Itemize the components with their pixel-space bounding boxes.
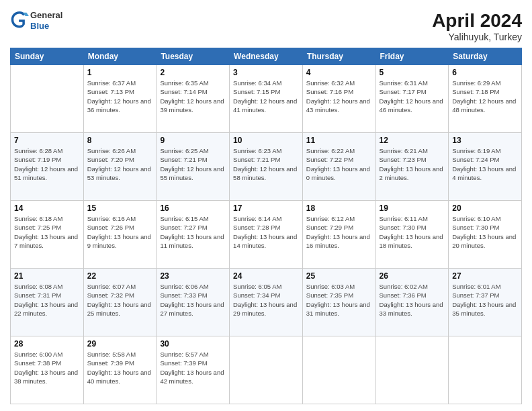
day-number: 7 — [14, 136, 80, 145]
day-cell: 25Sunrise: 6:03 AMSunset: 7:35 PMDayligh… — [302, 269, 375, 336]
day-info: Sunrise: 6:16 AMSunset: 7:26 PMDaylight:… — [87, 214, 153, 250]
day-info: Sunrise: 6:19 AMSunset: 7:24 PMDaylight:… — [452, 146, 518, 182]
day-cell: 17Sunrise: 6:14 AMSunset: 7:28 PMDayligh… — [230, 201, 303, 269]
day-cell — [302, 336, 375, 404]
day-info: Sunrise: 6:28 AMSunset: 7:19 PMDaylight:… — [14, 146, 80, 182]
day-info: Sunrise: 6:22 AMSunset: 7:22 PMDaylight:… — [306, 146, 372, 182]
column-header-tuesday: Tuesday — [157, 48, 230, 65]
day-number: 11 — [306, 136, 372, 145]
day-number: 2 — [160, 68, 226, 77]
column-header-thursday: Thursday — [302, 48, 375, 65]
day-number: 28 — [14, 339, 80, 349]
day-number: 18 — [306, 203, 372, 213]
day-info: Sunrise: 6:06 AMSunset: 7:33 PMDaylight:… — [160, 282, 226, 318]
day-number: 9 — [160, 136, 226, 145]
logo-text: General Blue — [30, 10, 62, 31]
day-cell: 28Sunrise: 6:00 AMSunset: 7:38 PMDayligh… — [11, 336, 84, 404]
header-row: SundayMondayTuesdayWednesdayThursdayFrid… — [11, 48, 522, 65]
day-info: Sunrise: 5:58 AMSunset: 7:39 PMDaylight:… — [87, 350, 153, 385]
day-cell — [375, 336, 449, 404]
day-number: 10 — [233, 136, 299, 145]
day-number: 29 — [87, 339, 153, 349]
day-info: Sunrise: 6:12 AMSunset: 7:29 PMDaylight:… — [306, 214, 372, 250]
day-number: 6 — [452, 68, 518, 77]
day-cell: 8Sunrise: 6:26 AMSunset: 7:20 PMDaylight… — [83, 133, 157, 201]
title-block: April 2024 Yalihuyuk, Turkey — [432, 10, 522, 42]
column-header-sunday: Sunday — [11, 48, 84, 65]
day-info: Sunrise: 6:37 AMSunset: 7:13 PMDaylight:… — [87, 79, 153, 114]
day-number: 14 — [14, 203, 80, 213]
week-row-3: 14Sunrise: 6:18 AMSunset: 7:25 PMDayligh… — [11, 201, 522, 269]
day-number: 27 — [452, 271, 518, 281]
logo-general-text: General — [30, 10, 62, 21]
day-info: Sunrise: 6:35 AMSunset: 7:14 PMDaylight:… — [160, 79, 226, 114]
day-number: 13 — [452, 136, 518, 145]
day-cell: 2Sunrise: 6:35 AMSunset: 7:14 PMDaylight… — [157, 65, 230, 133]
week-row-2: 7Sunrise: 6:28 AMSunset: 7:19 PMDaylight… — [11, 133, 522, 201]
day-info: Sunrise: 6:02 AMSunset: 7:36 PMDaylight:… — [380, 282, 445, 318]
day-cell: 1Sunrise: 6:37 AMSunset: 7:13 PMDaylight… — [83, 65, 157, 133]
day-cell: 15Sunrise: 6:16 AMSunset: 7:26 PMDayligh… — [83, 201, 157, 269]
column-header-friday: Friday — [375, 48, 449, 65]
page: General Blue April 2024 Yalihuyuk, Turke… — [0, 0, 532, 411]
column-header-saturday: Saturday — [449, 48, 522, 65]
day-cell: 9Sunrise: 6:25 AMSunset: 7:21 PMDaylight… — [157, 133, 230, 201]
day-info: Sunrise: 6:08 AMSunset: 7:31 PMDaylight:… — [14, 282, 80, 318]
day-cell: 20Sunrise: 6:10 AMSunset: 7:30 PMDayligh… — [449, 201, 522, 269]
calendar-table: SundayMondayTuesdayWednesdayThursdayFrid… — [10, 48, 522, 404]
week-row-1: 1Sunrise: 6:37 AMSunset: 7:13 PMDaylight… — [11, 65, 522, 133]
day-number: 26 — [380, 271, 445, 281]
day-cell: 13Sunrise: 6:19 AMSunset: 7:24 PMDayligh… — [449, 133, 522, 201]
day-info: Sunrise: 6:11 AMSunset: 7:30 PMDaylight:… — [380, 214, 445, 250]
day-cell: 26Sunrise: 6:02 AMSunset: 7:36 PMDayligh… — [375, 269, 449, 336]
week-row-5: 28Sunrise: 6:00 AMSunset: 7:38 PMDayligh… — [11, 336, 522, 404]
day-number: 3 — [233, 68, 299, 77]
day-cell: 3Sunrise: 6:34 AMSunset: 7:15 PMDaylight… — [230, 65, 303, 133]
main-title: April 2024 — [432, 10, 522, 32]
day-info: Sunrise: 6:07 AMSunset: 7:32 PMDaylight:… — [87, 282, 153, 318]
day-number: 24 — [233, 271, 299, 281]
day-info: Sunrise: 5:57 AMSunset: 7:39 PMDaylight:… — [160, 350, 226, 385]
day-info: Sunrise: 6:18 AMSunset: 7:25 PMDaylight:… — [14, 214, 80, 250]
column-header-wednesday: Wednesday — [230, 48, 303, 65]
day-info: Sunrise: 6:10 AMSunset: 7:30 PMDaylight:… — [452, 214, 518, 250]
day-cell: 11Sunrise: 6:22 AMSunset: 7:22 PMDayligh… — [302, 133, 375, 201]
day-number: 21 — [14, 271, 80, 281]
subtitle: Yalihuyuk, Turkey — [432, 32, 522, 42]
day-number: 23 — [160, 271, 226, 281]
day-info: Sunrise: 6:26 AMSunset: 7:20 PMDaylight:… — [87, 146, 153, 182]
logo: General Blue — [10, 10, 62, 31]
day-cell — [230, 336, 303, 404]
day-cell: 4Sunrise: 6:32 AMSunset: 7:16 PMDaylight… — [302, 65, 375, 133]
day-number: 25 — [306, 271, 372, 281]
header: General Blue April 2024 Yalihuyuk, Turke… — [10, 10, 522, 42]
week-row-4: 21Sunrise: 6:08 AMSunset: 7:31 PMDayligh… — [11, 269, 522, 336]
day-cell: 7Sunrise: 6:28 AMSunset: 7:19 PMDaylight… — [11, 133, 84, 201]
day-info: Sunrise: 6:25 AMSunset: 7:21 PMDaylight:… — [160, 146, 226, 182]
day-cell: 19Sunrise: 6:11 AMSunset: 7:30 PMDayligh… — [375, 201, 449, 269]
day-cell: 10Sunrise: 6:23 AMSunset: 7:21 PMDayligh… — [230, 133, 303, 201]
day-number: 30 — [160, 339, 226, 349]
day-number: 22 — [87, 271, 153, 281]
day-cell: 29Sunrise: 5:58 AMSunset: 7:39 PMDayligh… — [83, 336, 157, 404]
day-info: Sunrise: 6:32 AMSunset: 7:16 PMDaylight:… — [306, 79, 372, 114]
day-cell: 23Sunrise: 6:06 AMSunset: 7:33 PMDayligh… — [157, 269, 230, 336]
day-cell: 14Sunrise: 6:18 AMSunset: 7:25 PMDayligh… — [11, 201, 84, 269]
day-cell: 16Sunrise: 6:15 AMSunset: 7:27 PMDayligh… — [157, 201, 230, 269]
day-number: 4 — [306, 68, 372, 77]
day-cell: 12Sunrise: 6:21 AMSunset: 7:23 PMDayligh… — [375, 133, 449, 201]
day-cell: 21Sunrise: 6:08 AMSunset: 7:31 PMDayligh… — [11, 269, 84, 336]
column-header-monday: Monday — [83, 48, 157, 65]
day-number: 12 — [380, 136, 445, 145]
day-number: 5 — [380, 68, 445, 77]
day-info: Sunrise: 6:14 AMSunset: 7:28 PMDaylight:… — [233, 214, 299, 250]
day-number: 1 — [87, 68, 153, 77]
day-number: 19 — [380, 203, 445, 213]
day-cell — [449, 336, 522, 404]
day-cell: 27Sunrise: 6:01 AMSunset: 7:37 PMDayligh… — [449, 269, 522, 336]
day-cell: 22Sunrise: 6:07 AMSunset: 7:32 PMDayligh… — [83, 269, 157, 336]
day-info: Sunrise: 6:05 AMSunset: 7:34 PMDaylight:… — [233, 282, 299, 318]
logo-blue-text: Blue — [30, 21, 62, 32]
day-info: Sunrise: 6:01 AMSunset: 7:37 PMDaylight:… — [452, 282, 518, 318]
day-info: Sunrise: 6:21 AMSunset: 7:23 PMDaylight:… — [380, 146, 445, 182]
